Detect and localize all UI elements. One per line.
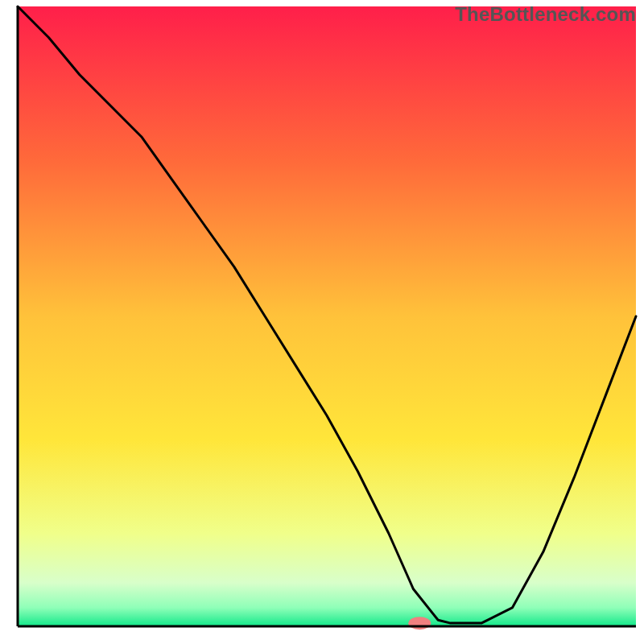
optimum-marker [408,617,431,630]
chart-svg [0,0,644,644]
gradient-background [18,6,636,626]
bottleneck-chart: TheBottleneck.com [0,0,644,644]
watermark-text: TheBottleneck.com [455,3,636,26]
